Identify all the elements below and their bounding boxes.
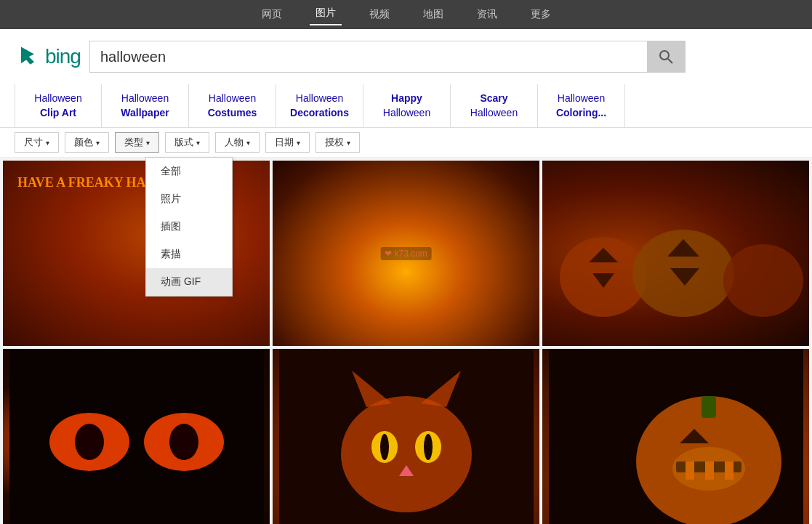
pumpkin2-svg [549, 349, 803, 524]
nav-item-more[interactable]: 更多 [525, 5, 557, 24]
image-grid: ❤ k73.com [0, 158, 812, 524]
chevron-down-icon: ▾ [297, 139, 300, 147]
search-input[interactable] [90, 41, 647, 72]
related-item-wallpaper[interactable]: Halloween Wallpaper [102, 84, 189, 127]
filter-layout[interactable]: 版式 ▾ [165, 132, 209, 153]
svg-line-3 [668, 59, 672, 63]
svg-rect-11 [9, 349, 264, 524]
image-tile-cat[interactable] [273, 349, 539, 524]
top-nav: 网页 图片 视频 地图 资讯 更多 [0, 0, 812, 29]
search-button[interactable] [647, 41, 685, 72]
watermark: ❤ k73.com [380, 247, 432, 260]
related-searches: Halloween Clip Art Halloween Wallpaper H… [0, 84, 812, 128]
nav-item-images[interactable]: 图片 [310, 4, 342, 25]
related-item-clipart[interactable]: Halloween Clip Art [15, 84, 102, 127]
nav-item-webpage[interactable]: 网页 [256, 5, 288, 24]
filter-date[interactable]: 日期 ▾ [265, 132, 310, 153]
bing-logo-icon [15, 44, 41, 70]
filter-license[interactable]: 授权 ▾ [315, 132, 360, 153]
search-form [89, 41, 686, 73]
filter-color[interactable]: 颜色 ▾ [65, 132, 109, 153]
bing-logo-text: bing [45, 45, 81, 68]
svg-point-14 [75, 424, 104, 460]
filter-type[interactable]: 类型 ▾ [115, 132, 159, 153]
cat-svg [279, 349, 534, 524]
filter-bar: 尺寸 ▾ 颜色 ▾ 类型 ▾ 版式 ▾ 人物 ▾ 日期 ▾ 授权 ▾ 全部 照片… [0, 128, 812, 158]
chevron-down-icon: ▾ [96, 139, 100, 147]
nav-item-map[interactable]: 地图 [417, 5, 449, 24]
chevron-down-icon: ▾ [347, 139, 350, 147]
filter-size[interactable]: 尺寸 ▾ [15, 132, 59, 153]
pumpkins-svg [545, 161, 807, 346]
related-item-happy[interactable]: Happy Halloween [363, 84, 451, 127]
svg-point-33 [672, 447, 745, 491]
type-dropdown-menu: 全部 照片 插图 素描 动画 GIF [145, 157, 233, 297]
search-bar-area: bing [0, 29, 812, 84]
related-item-costumes[interactable]: Halloween Costumes [189, 84, 276, 127]
dropdown-item-sketch[interactable]: 素描 [146, 241, 232, 268]
dropdown-item-gif[interactable]: 动画 GIF [146, 268, 232, 296]
image-tile-eyes[interactable] [3, 349, 270, 524]
eyes-svg [9, 349, 264, 524]
related-item-scary[interactable]: Scary Halloween [451, 84, 538, 127]
image-tile-pumpkin2[interactable] [542, 349, 809, 524]
nav-item-news[interactable]: 资讯 [471, 5, 503, 24]
bing-logo[interactable]: bing [15, 44, 81, 70]
svg-point-23 [424, 434, 433, 460]
chevron-down-icon: ▾ [146, 139, 150, 147]
dropdown-item-illustration[interactable]: 插图 [146, 213, 232, 241]
svg-point-15 [169, 424, 198, 460]
chevron-down-icon: ▾ [246, 139, 250, 147]
svg-point-2 [660, 51, 669, 60]
image-tile-pumpkins-dark[interactable] [542, 161, 809, 346]
dropdown-item-all[interactable]: 全部 [146, 158, 232, 185]
related-item-coloring[interactable]: Halloween Coloring... [538, 84, 625, 127]
nav-item-video[interactable]: 视频 [363, 5, 395, 24]
search-icon [659, 49, 673, 64]
related-item-decorations[interactable]: Halloween Decorations [276, 84, 363, 127]
svg-rect-27 [702, 396, 716, 418]
svg-point-22 [380, 434, 389, 460]
dropdown-item-photo[interactable]: 照片 [146, 185, 232, 213]
svg-point-17 [341, 396, 472, 512]
svg-point-10 [723, 244, 803, 317]
image-tile-pumpkin-glow[interactable]: ❤ k73.com [273, 161, 539, 346]
chevron-down-icon: ▾ [196, 139, 200, 147]
filter-people[interactable]: 人物 ▾ [215, 132, 260, 153]
chevron-down-icon: ▾ [46, 139, 49, 147]
